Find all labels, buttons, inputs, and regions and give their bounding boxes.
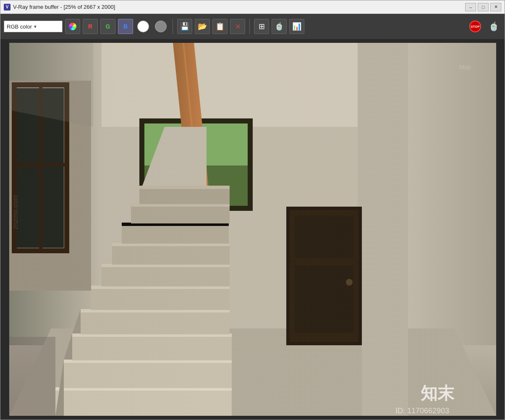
gray-circle-icon	[155, 21, 167, 32]
color-wheel-button[interactable]	[65, 19, 80, 34]
channel-r-button[interactable]: R	[83, 19, 98, 34]
channel-dropdown-label: RGB color	[7, 24, 33, 30]
toolbar-right: STOP 🍵	[468, 19, 501, 34]
histogram-button[interactable]: 📊	[289, 19, 304, 34]
channel-b-button[interactable]: B	[118, 19, 133, 34]
discard-icon: ✕	[235, 23, 241, 31]
title-bar: V V-Ray frame buffer - [25% of 2667 x 20…	[0, 0, 505, 14]
close-button[interactable]: ✕	[490, 3, 501, 11]
dropdown-arrow-icon: ▼	[33, 24, 60, 29]
channel-r-label: R	[88, 23, 92, 30]
settings-button[interactable]: 🍵	[486, 19, 501, 34]
open-folder-button[interactable]: 📂	[195, 19, 210, 34]
channels-icon: ⊞	[259, 22, 265, 31]
app-icon: V	[4, 4, 10, 10]
white-circle-icon	[137, 21, 149, 32]
discard-button[interactable]: ✕	[230, 19, 245, 34]
folder-icon: 📂	[198, 22, 207, 31]
render-scene: 知末 ID: 1170662903 znzmo.com znzmo.com	[9, 43, 496, 416]
teapot-icon: 🍵	[275, 22, 284, 31]
svg-marker-52	[9, 337, 55, 416]
channels-button[interactable]: ⊞	[254, 19, 269, 34]
channel-dropdown[interactable]: RGB color ▼	[4, 21, 63, 32]
watermark-right: znzmo.com	[487, 229, 494, 264]
channel-g-label: G	[106, 23, 110, 30]
stop-label: STOP	[471, 25, 480, 29]
copy-button[interactable]: 📋	[212, 19, 228, 34]
channel-b-label: B	[123, 23, 128, 30]
save-button[interactable]: 💾	[177, 19, 192, 34]
color-wheel-icon	[69, 23, 76, 30]
copy-icon: 📋	[215, 22, 225, 31]
maximize-button[interactable]: □	[478, 3, 489, 11]
stop-button[interactable]: STOP	[468, 19, 483, 34]
toolbar-separator-1	[173, 19, 173, 34]
toolbar: RGB color ▼ R G B 💾	[0, 14, 505, 39]
toolbar-separator-2	[249, 19, 250, 34]
window-controls: – □ ✕	[465, 3, 501, 11]
window-title: V-Ray frame buffer - [25% of 2667 x 2000…	[13, 4, 115, 10]
history-button[interactable]: 🍵	[272, 19, 287, 34]
white-circle-button[interactable]	[136, 19, 151, 34]
title-bar-left: V V-Ray frame buffer - [25% of 2667 x 20…	[4, 4, 115, 10]
render-image: 知末 ID: 1170662903 znzmo.com znzmo.com Mo…	[9, 43, 496, 416]
watermark-id: ID: 1170662903	[395, 407, 449, 415]
stop-icon: STOP	[469, 21, 481, 32]
minimize-button[interactable]: –	[465, 3, 476, 11]
render-canvas[interactable]: 知末 ID: 1170662903 znzmo.com znzmo.com Mo…	[0, 39, 505, 420]
histogram-icon: 📊	[292, 22, 301, 31]
settings-teapot-icon: 🍵	[489, 21, 499, 32]
watermark-left: znzmo.com	[12, 195, 19, 229]
channel-g-button[interactable]: G	[100, 19, 115, 34]
gray-circle-button[interactable]	[153, 19, 168, 34]
save-icon: 💾	[180, 22, 189, 31]
main-window: V V-Ray frame buffer - [25% of 2667 x 20…	[0, 0, 505, 420]
watermark-zh: 知末	[420, 384, 455, 402]
